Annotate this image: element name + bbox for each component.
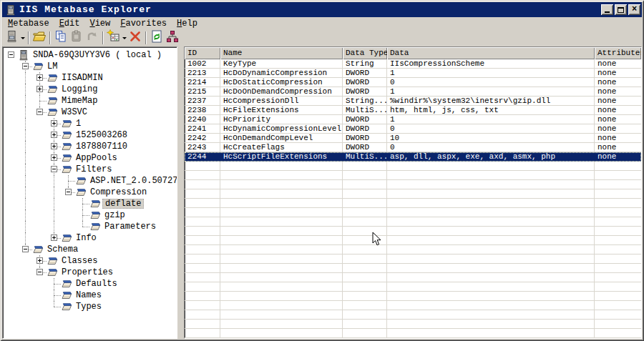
copy-button[interactable] (53, 31, 69, 46)
table-row-empty[interactable] (185, 310, 641, 320)
refresh-button[interactable] (149, 31, 165, 46)
tree-node-lm[interactable]: LM (3, 61, 177, 72)
tree-node-label[interactable]: LM (45, 61, 59, 71)
tree-node-apppools[interactable]: AppPools (3, 152, 177, 164)
tree-node-1[interactable]: 1 (3, 118, 177, 129)
tree-expander-minus[interactable] (22, 246, 29, 252)
dropdown-caret-icon[interactable] (21, 37, 25, 39)
table-row-2237[interactable]: 2237HcCompressionDllString...%windir%\sy… (185, 97, 641, 106)
tree-node-deflate[interactable]: deflate (3, 198, 177, 209)
dropdown-caret-icon[interactable] (122, 37, 127, 39)
tree-node-iisadmin[interactable]: IISADMIN (3, 72, 177, 84)
export-key-button[interactable] (31, 31, 47, 46)
tree-node-defaults[interactable]: Defaults (3, 278, 177, 290)
tree-expander-plus[interactable] (51, 234, 57, 241)
table-row-1002[interactable]: 1002KeyTypeStringIIsCompressionSchemenon… (185, 59, 641, 69)
tree-node-label[interactable]: Info (74, 233, 99, 243)
table-row-2241[interactable]: 2241HcDynamicCompressionLevelDWORD0none (185, 124, 641, 134)
hierarchy-view-button[interactable] (165, 31, 180, 46)
tree-expander-plus[interactable] (51, 154, 57, 161)
column-header-data[interactable]: Data (387, 47, 595, 59)
minimize-button[interactable] (601, 4, 613, 15)
tree-node-label[interactable]: Names (74, 290, 104, 300)
tree-node-info[interactable]: Info (3, 232, 177, 244)
tree-expander-plus[interactable] (36, 86, 43, 92)
tree-expander-plus[interactable] (51, 132, 57, 138)
tree-node-label[interactable]: 1878807110 (74, 142, 130, 152)
tree-node-label[interactable]: Schema (45, 244, 80, 254)
tree-node-gzip[interactable]: gzip (3, 209, 177, 221)
tree-node-label[interactable]: 1 (74, 119, 83, 129)
tree-node-label[interactable]: Properties (59, 267, 115, 277)
tree-node-1525003268[interactable]: 1525003268 (3, 129, 177, 141)
table-row-empty[interactable] (185, 301, 641, 310)
tree-node-label[interactable]: Compression (88, 187, 149, 197)
tree-node-filters[interactable]: Filters (3, 164, 177, 175)
menu-help[interactable]: Help (172, 18, 203, 30)
table-row-2238[interactable]: 2238HcFileExtensionsMultiS...htm, html, … (185, 106, 641, 115)
table-row-empty[interactable] (185, 162, 641, 171)
tree-node-label[interactable]: gzip (102, 210, 127, 220)
table-row-empty[interactable] (185, 254, 641, 264)
menu-view[interactable]: View (84, 18, 115, 30)
menu-edit[interactable]: Edit (54, 18, 85, 30)
panel-splitter[interactable] (177, 46, 184, 339)
tree-node-schema[interactable]: Schema (3, 244, 177, 255)
tree-node-compression[interactable]: Compression (3, 187, 177, 198)
column-header-name[interactable]: Name (220, 47, 343, 59)
new-record-button[interactable] (106, 31, 127, 46)
tree-node-asp-net-2-0-50727-0[interactable]: ASP.NET_2.0.50727.0 (3, 175, 177, 187)
table-row-2240[interactable]: 2240HcPriorityDWORD1none (185, 115, 641, 124)
table-row-empty[interactable] (185, 320, 641, 329)
tree-node-names[interactable]: Names (3, 290, 177, 301)
column-header-id[interactable]: ID (185, 47, 220, 59)
tree-node-logging[interactable]: Logging (3, 84, 177, 95)
table-row-empty[interactable] (185, 189, 641, 199)
connect-server-button[interactable] (4, 31, 26, 46)
tree-node-label[interactable]: deflate (102, 199, 144, 209)
tree-expander-minus[interactable] (22, 63, 29, 69)
table-row-empty[interactable] (185, 273, 641, 282)
table-row-empty[interactable] (185, 245, 641, 254)
tree-node-mimemap[interactable]: MimeMap (3, 95, 177, 107)
table-row-empty[interactable] (185, 208, 641, 217)
tree-node-label[interactable]: SNDA-69Q3UYY3V6 ( local ) (31, 50, 164, 60)
table-row-2243[interactable]: 2243HcCreateFlagsDWORD0none (185, 143, 641, 152)
tree-expander-minus[interactable] (65, 189, 72, 195)
tree-expander-plus[interactable] (36, 257, 43, 264)
table-row-empty[interactable] (185, 171, 641, 180)
tree-expander-plus[interactable] (51, 120, 57, 127)
close-button[interactable]: × (628, 4, 640, 15)
table-row-2242[interactable]: 2242HcOnDemandCompLevelDWORD10none (185, 134, 641, 143)
table-row-empty[interactable] (185, 199, 641, 208)
tree-node-label[interactable]: W3SVC (59, 107, 89, 117)
tree-node-properties[interactable]: Properties (3, 267, 177, 278)
tree-node-snda-69q3uyy3v6-local-[interactable]: SNDA-69Q3UYY3V6 ( local ) (3, 49, 177, 61)
tree-node-label[interactable]: MimeMap (59, 96, 99, 106)
table-row-empty[interactable] (185, 236, 641, 245)
tree-expander-minus[interactable] (36, 269, 43, 275)
title-bar[interactable]: IIS Metabase Explorer × (2, 2, 642, 17)
tree-node-types[interactable]: Types (3, 301, 177, 312)
tree-node-label[interactable]: Filters (74, 164, 114, 174)
tree-expander-minus[interactable] (36, 109, 43, 115)
menu-metabase[interactable]: Metabase (3, 18, 54, 30)
tree-node-label[interactable]: Parameters (102, 222, 158, 232)
table-row-empty[interactable] (185, 282, 641, 292)
tree-node-parameters[interactable]: Parameters (3, 221, 177, 232)
tree-node-1878807110[interactable]: 1878807110 (3, 141, 177, 152)
tree-node-label[interactable]: IISADMIN (59, 73, 105, 83)
tree-node-classes[interactable]: Classes (3, 255, 177, 267)
tree-node-label[interactable]: Logging (59, 84, 99, 94)
tree-node-label[interactable]: Classes (59, 256, 99, 266)
tree-node-label[interactable]: ASP.NET_2.0.50727.0 (88, 176, 177, 186)
table-row-empty[interactable] (185, 329, 641, 338)
tree-node-label[interactable]: Defaults (74, 279, 119, 289)
table-row-2213[interactable]: 2213HcDoDynamicCompressionDWORD1none (185, 69, 641, 78)
table-row-empty[interactable] (185, 217, 641, 227)
tree-expander-plus[interactable] (51, 143, 57, 149)
table-row-2244[interactable]: 2244HcScriptFileExtensionsMultiS...asp, … (185, 152, 641, 162)
tree-expander-minus[interactable] (51, 166, 57, 172)
delete-button[interactable] (127, 31, 143, 46)
maximize-button[interactable] (615, 4, 627, 15)
